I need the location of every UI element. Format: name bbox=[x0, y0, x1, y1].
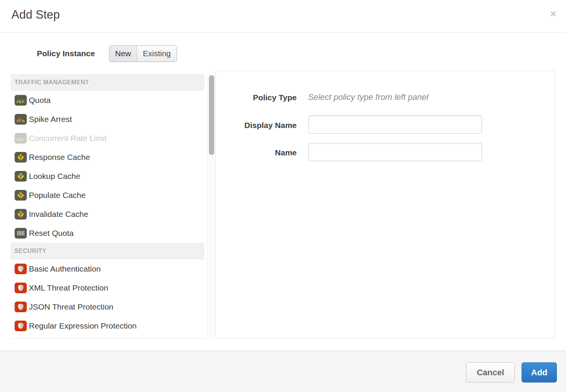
name-label: Name bbox=[216, 148, 297, 157]
section-header: SECURITY bbox=[11, 243, 204, 259]
name-input[interactable] bbox=[308, 143, 482, 161]
dialog-header: Add Step × bbox=[0, 0, 566, 33]
policy-list-item[interactable]: Lookup Cache bbox=[11, 167, 204, 186]
policy-list-item[interactable]: XML Threat Protection bbox=[11, 278, 204, 297]
policy-list-item[interactable]: Spike Arrest bbox=[11, 110, 204, 129]
cancel-button[interactable]: Cancel bbox=[466, 362, 515, 383]
shield-icon bbox=[14, 302, 27, 312]
scrollbar-thumb[interactable] bbox=[209, 75, 214, 155]
close-icon[interactable]: × bbox=[550, 9, 556, 19]
quota-bars-icon bbox=[14, 95, 27, 106]
quota-bars-icon bbox=[14, 133, 27, 144]
shield-icon bbox=[14, 321, 27, 331]
cache-diamond-icon bbox=[14, 190, 27, 201]
dialog-title: Add Step bbox=[11, 8, 60, 22]
policy-list-item[interactable]: Invalidate Cache bbox=[11, 205, 204, 224]
policy-list-scrollbar[interactable] bbox=[207, 74, 216, 338]
policy-list-item[interactable]: Regular Expression Protection bbox=[11, 316, 204, 335]
shield-icon bbox=[14, 283, 27, 293]
cache-diamond-icon bbox=[14, 209, 27, 220]
cache-diamond-icon bbox=[14, 171, 27, 182]
dialog-footer: Cancel Add bbox=[0, 351, 566, 392]
policy-instance-label: Policy Instance bbox=[37, 49, 95, 58]
toggle-option-existing[interactable]: Existing bbox=[137, 46, 177, 62]
policy-list-item[interactable]: Basic Authentication bbox=[11, 259, 204, 278]
policy-list-item[interactable]: Response Cache bbox=[11, 148, 204, 167]
policy-list-item[interactable]: Reset Quota bbox=[11, 224, 204, 243]
display-name-input[interactable] bbox=[308, 115, 482, 134]
policy-type-label: Policy Type bbox=[216, 93, 297, 102]
policy-instance-toggle: New Existing bbox=[109, 45, 177, 62]
policy-list: TRAFFIC MANAGEMENT Quota Spike Arrest bbox=[11, 74, 204, 339]
section-header: TRAFFIC MANAGEMENT bbox=[11, 74, 204, 91]
policy-form-panel: Policy Type Select policy type from left… bbox=[215, 71, 555, 338]
policy-type-hint: Select policy type from left panel bbox=[308, 92, 428, 102]
cache-diamond-icon bbox=[14, 152, 27, 163]
shield-icon bbox=[14, 264, 27, 274]
spike-bars-icon bbox=[14, 114, 27, 125]
policy-list-item[interactable]: Quota bbox=[11, 91, 204, 110]
toggle-option-new[interactable]: New bbox=[109, 46, 137, 62]
policy-list-item[interactable]: Populate Cache bbox=[11, 186, 204, 205]
policy-list-item[interactable]: JSON Threat Protection bbox=[11, 297, 204, 316]
add-button[interactable]: Add bbox=[522, 362, 557, 383]
display-name-label: Display Name bbox=[216, 121, 297, 130]
reset-bars-icon bbox=[14, 228, 27, 239]
policy-list-item: Concurrent Rate Limit bbox=[11, 129, 204, 148]
